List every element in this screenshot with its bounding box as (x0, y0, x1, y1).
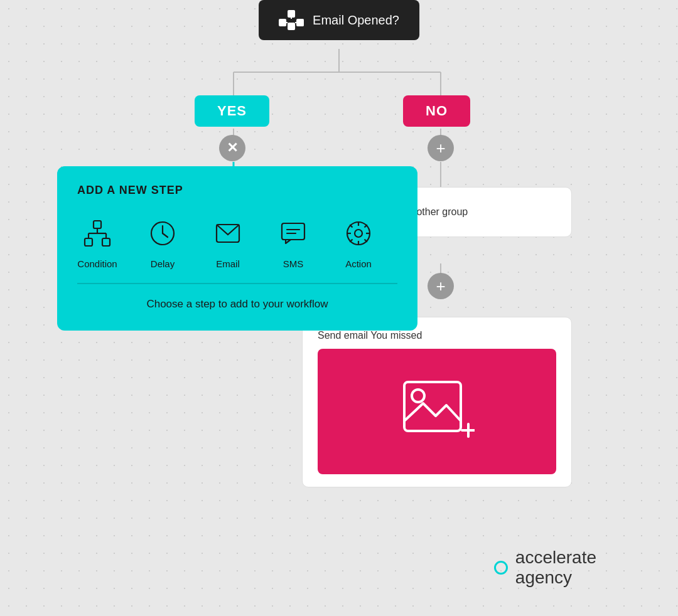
agency-logo: accelerate agency (494, 548, 596, 588)
email-step-item[interactable]: Email (208, 213, 248, 269)
add-new-step-panel: ADD A NEW STEP Condition (57, 166, 417, 331)
svg-rect-2 (296, 19, 304, 26)
plus-icon-lower: + (436, 277, 445, 296)
svg-point-42 (412, 390, 424, 402)
svg-line-39 (365, 225, 367, 227)
svg-point-32 (355, 230, 362, 237)
svg-rect-0 (288, 10, 295, 18)
delay-icon (149, 220, 176, 247)
condition-label: Condition (77, 258, 117, 269)
condition-step-item[interactable]: Condition (77, 213, 117, 269)
email-opened-label: Email Opened? (313, 13, 399, 28)
workflow-icon (279, 10, 304, 30)
close-yes-button[interactable]: ✕ (219, 135, 245, 161)
condition-icon (83, 220, 111, 247)
delay-icon-box (143, 213, 183, 253)
send-email-title: Send email You missed (318, 330, 556, 341)
svg-rect-28 (282, 223, 304, 240)
agency-dot (494, 561, 508, 575)
add-step-title: ADD A NEW STEP (77, 184, 397, 197)
svg-rect-41 (404, 382, 461, 431)
email-opened-node[interactable]: Email Opened? (259, 0, 419, 40)
svg-line-26 (163, 233, 168, 237)
no-button[interactable]: NO (403, 95, 470, 127)
image-placeholder-icon (399, 377, 475, 446)
svg-rect-19 (102, 238, 110, 246)
condition-icon-box (77, 213, 117, 253)
action-label: Action (345, 258, 372, 269)
svg-line-40 (350, 240, 352, 242)
send-email-card[interactable]: Send email You missed (302, 317, 572, 487)
sms-icon-box (273, 213, 313, 253)
svg-rect-18 (85, 238, 92, 246)
agency-name2: agency (515, 568, 596, 588)
step-icons-row: Condition Delay Email (77, 213, 397, 284)
delay-step-item[interactable]: Delay (143, 213, 183, 269)
action-step-item[interactable]: Action (338, 213, 379, 269)
choose-step-text: Choose a step to add to your workflow (77, 298, 397, 311)
svg-rect-17 (94, 221, 101, 228)
add-step-lower-button[interactable]: + (428, 273, 454, 299)
email-image-placeholder (318, 349, 556, 474)
email-icon-box (208, 213, 248, 253)
email-icon (214, 220, 242, 247)
plus-icon: + (436, 139, 445, 158)
sms-label: SMS (283, 258, 304, 269)
sms-icon (279, 220, 307, 247)
agency-name: accelerate agency (515, 548, 596, 588)
action-icon-box (338, 213, 379, 253)
svg-rect-1 (279, 19, 286, 26)
add-step-no-button[interactable]: + (428, 135, 454, 161)
close-icon: ✕ (227, 140, 238, 156)
delay-label: Delay (151, 258, 175, 269)
sms-step-item[interactable]: SMS (273, 213, 313, 269)
yes-button[interactable]: YES (195, 95, 269, 127)
svg-line-37 (350, 225, 352, 227)
email-step-label: Email (216, 258, 240, 269)
agency-name1: accelerate (515, 548, 596, 568)
action-icon (345, 220, 372, 247)
svg-line-38 (365, 240, 367, 242)
